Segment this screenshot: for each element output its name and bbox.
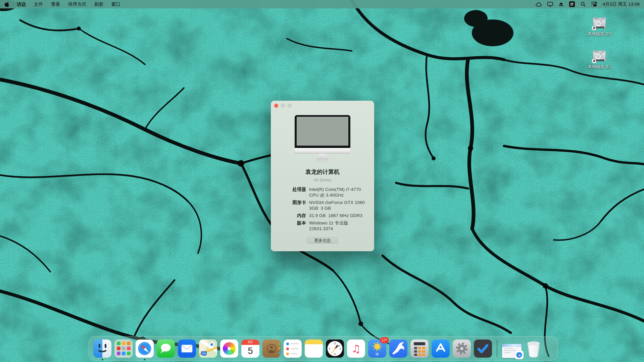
about-this-computer-window: 袁龙的计算机 All Series 处理器 Intel(R) Core(TM) … xyxy=(271,101,374,251)
dock-icon-music[interactable]: ♫ xyxy=(347,340,365,358)
menu-item-refresh[interactable]: 刷新 xyxy=(94,1,103,7)
spec-label-cpu: 处理器 xyxy=(271,187,306,192)
svg-text:12: 12 xyxy=(334,342,336,344)
desktop-icon-label: 本地磁盘 (E) xyxy=(585,64,614,69)
speech-bubble-icon xyxy=(157,340,175,358)
menu-bar: 访达 文件 查看 排序方式 刷新 窗口 拼 4月5日 周五 13:09 xyxy=(0,0,644,8)
calendar-month: 4月 xyxy=(241,340,259,345)
dock-icon-weather[interactable]: 17° 晴 xyxy=(368,340,386,358)
dock-icon-calculator[interactable] xyxy=(410,340,429,358)
dock: 280 4月 5 xyxy=(89,336,558,361)
spec-value-memory: 31.9 GB 1867 MHz DDR3 xyxy=(309,213,370,218)
dock-icon-notes[interactable] xyxy=(305,340,323,358)
spec-list: 处理器 Intel(R) Core(TM) i7-4770 CPU @ 3.40… xyxy=(271,187,374,231)
window-controls xyxy=(274,104,292,108)
control-center-icon[interactable] xyxy=(591,2,597,7)
dock-icon-photos[interactable] xyxy=(220,340,238,358)
spec-label-memory: 内存 xyxy=(271,213,306,218)
hard-drive-icon xyxy=(592,17,607,31)
dock-icon-settings[interactable] xyxy=(453,340,471,358)
search-icon[interactable] xyxy=(581,2,586,7)
spec-value-cpu: Intel(R) Core(TM) i7-4770 CPU @ 3.40GHz xyxy=(309,187,370,198)
dock-icon-safari[interactable] xyxy=(136,340,154,358)
dock-icon-trash[interactable] xyxy=(525,339,543,359)
cloud-icon[interactable] xyxy=(536,2,542,7)
music-note-icon: ♫ xyxy=(351,343,361,355)
dock-icon-contacts[interactable] xyxy=(262,340,281,358)
dock-icon-launchpad[interactable] xyxy=(114,340,133,358)
weather-temperature-badge: 17° xyxy=(380,337,389,343)
spec-label-version: 版本 xyxy=(271,220,306,226)
window-thumbnail-toolbar xyxy=(502,344,522,347)
safari-badge-icon xyxy=(515,351,524,359)
menu-bar-clock[interactable]: 4月5日 周五 13:09 xyxy=(603,1,640,7)
display-icon[interactable] xyxy=(547,2,553,7)
checkmark-icon xyxy=(474,340,492,358)
dock-icon-todo[interactable] xyxy=(474,340,492,358)
svg-text:6: 6 xyxy=(334,353,336,355)
menu-app-name[interactable]: 访达 xyxy=(17,1,26,7)
weather-condition: 晴 xyxy=(368,352,386,357)
sun-icon xyxy=(373,342,382,351)
app-store-a-icon xyxy=(432,340,450,358)
dock-separator xyxy=(497,340,497,357)
svg-text:3: 3 xyxy=(340,347,341,350)
close-button[interactable] xyxy=(274,104,278,108)
input-method-icon[interactable]: 拼 xyxy=(569,1,575,7)
zoom-button[interactable] xyxy=(288,104,292,108)
bird-icon xyxy=(389,340,407,358)
hard-drive-icon xyxy=(592,50,607,64)
svg-text:9: 9 xyxy=(329,347,330,350)
flower-icon xyxy=(223,342,236,355)
spec-label-gpu: 图形卡 xyxy=(271,200,306,205)
computer-name: 袁龙的计算机 xyxy=(271,168,374,176)
compass-icon xyxy=(137,341,152,356)
dock-icon-thunder[interactable] xyxy=(389,340,407,358)
dock-icon-clock[interactable]: 12369 xyxy=(326,340,344,358)
dock-icon-messages[interactable] xyxy=(157,340,175,358)
dock-icon-mail[interactable] xyxy=(178,340,196,358)
minimize-button[interactable] xyxy=(281,104,285,108)
menu-item-view[interactable]: 查看 xyxy=(51,1,60,7)
calculator-display xyxy=(414,342,425,345)
more-info-button[interactable]: 更多信息 xyxy=(307,237,338,244)
maps-highway-shield: 280 xyxy=(201,351,207,356)
dock-icon-app-store[interactable] xyxy=(432,340,450,358)
desktop-icon-disk-e[interactable]: 本地磁盘 (E) xyxy=(585,50,614,69)
gear-icon xyxy=(453,340,470,357)
computer-model: All Series xyxy=(271,177,374,183)
imac-illustration xyxy=(295,115,350,161)
spec-value-gpu: NVIDIA GeForce GTX 1060 3GB 3 GB xyxy=(309,200,370,211)
dock-icon-finder[interactable] xyxy=(93,340,111,358)
apple-menu-icon[interactable] xyxy=(5,1,10,7)
trash-basket-icon xyxy=(526,341,541,359)
dock-icon-maps[interactable]: 280 xyxy=(199,340,217,358)
desktop-icon-label: 本地磁盘 (D) xyxy=(585,32,614,36)
menu-item-window[interactable]: 窗口 xyxy=(111,1,120,7)
envelope-icon xyxy=(181,345,193,353)
spec-value-version: Windows 11 专业版 22631.3374 xyxy=(309,220,370,231)
dock-minimized-safari-window[interactable] xyxy=(502,344,522,358)
menu-item-file[interactable]: 文件 xyxy=(34,1,43,7)
desktop-icon-disk-d[interactable]: 本地磁盘 (D) xyxy=(585,17,614,36)
calendar-day: 5 xyxy=(241,345,259,358)
analog-clock-icon: 12369 xyxy=(326,340,344,358)
eject-icon[interactable] xyxy=(559,2,563,6)
maps-location-dot xyxy=(209,342,214,347)
person-silhouette-icon xyxy=(267,344,276,353)
dock-icon-reminders[interactable] xyxy=(284,340,302,358)
dock-icon-calendar[interactable]: 4月 5 xyxy=(241,340,259,358)
menu-item-sort[interactable]: 排序方式 xyxy=(68,1,86,7)
imac-screen xyxy=(297,117,348,146)
